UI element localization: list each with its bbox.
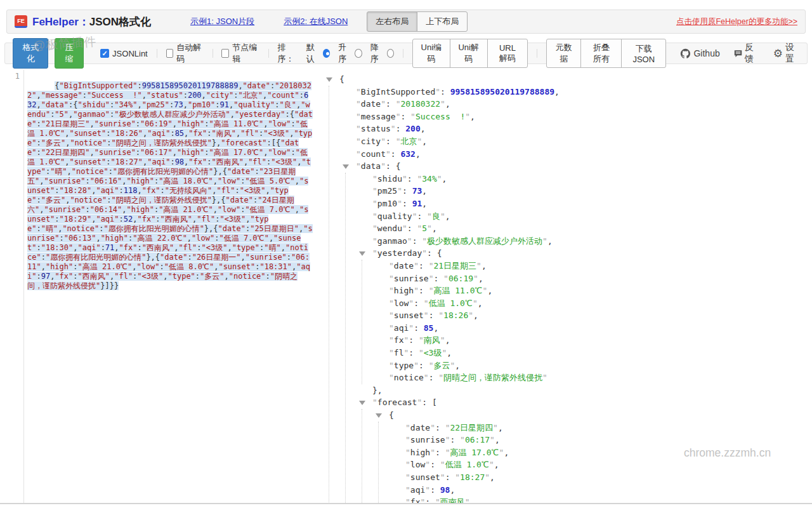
json-key: type: [394, 361, 414, 370]
raw-punct: ,: [183, 100, 188, 109]
colon: :: [417, 211, 427, 221]
raw-string: "<3级": [202, 243, 228, 252]
raw-string: "西南风": [211, 157, 243, 166]
quote-mark: ": [437, 174, 442, 184]
json-key: sunset: [394, 311, 424, 320]
node-edit-checkbox[interactable]: 节点编辑: [221, 42, 259, 65]
raw-punct: }: [212, 196, 216, 204]
raw-punct: ,: [142, 91, 147, 100]
raw-string: "notice": [72, 167, 108, 176]
raw-string: "sunset": [218, 262, 255, 271]
sort-default-radio[interactable]: 默认: [306, 42, 330, 65]
raw-punct: :: [73, 262, 77, 271]
json-key: sunset: [410, 472, 440, 482]
feedback-link[interactable]: 反馈: [734, 42, 759, 65]
quote-mark: ": [356, 161, 361, 171]
raw-string: "sunrise": [246, 253, 287, 262]
checkbox-label: 自动解码: [176, 42, 203, 65]
colon: :: [440, 87, 450, 97]
raw-string: "fl": [114, 272, 133, 281]
example1-link[interactable]: 示例1: JSON片段: [190, 16, 254, 27]
raw-punct: ,: [225, 272, 229, 281]
checkbox-label: JSONLint: [112, 49, 148, 58]
collapse-toggle-icon[interactable]: [376, 413, 382, 418]
raw-string: "sunset": [69, 129, 106, 138]
raw-punct: :: [291, 148, 296, 157]
tree-line: "notice": "阴晴之间，谨防紫外线侵扰": [320, 371, 809, 384]
raw-punct: ,: [213, 177, 218, 185]
comma: ,: [442, 174, 447, 184]
json-key: yesterday: [377, 248, 422, 258]
radio-icon[interactable]: [323, 49, 331, 58]
auto-decode-checkbox[interactable]: 自动解码: [166, 42, 204, 65]
quote-mark: ": [389, 323, 394, 333]
url-decode-button[interactable]: URL解码: [487, 39, 528, 68]
json-key: pm10: [377, 199, 397, 208]
raw-punct: ,: [90, 148, 95, 157]
raw-string: "status": [147, 91, 183, 100]
raw-string: "18:30": [41, 243, 74, 252]
quote-mark: ": [465, 112, 470, 121]
layout-horizontal-button[interactable]: 左右布局: [367, 11, 417, 32]
raw-string: "18:31": [259, 262, 292, 271]
collapse-toggle-icon[interactable]: [359, 401, 365, 405]
quote-mark: ": [438, 311, 443, 320]
radio-icon[interactable]: [387, 49, 395, 58]
checkbox-icon[interactable]: [221, 49, 229, 58]
raw-number: 97: [41, 272, 50, 281]
json-string: Success !: [416, 112, 465, 121]
raw-punct: }: [110, 281, 114, 290]
json-string: 极少数敏感人群应减少户外活动: [427, 236, 542, 246]
download-json-button[interactable]: 下载JSON: [621, 39, 666, 68]
raw-number: 52: [124, 215, 133, 224]
raw-string: "high": [177, 148, 204, 157]
colon: :: [430, 485, 440, 495]
tree-line: "wendu": "5",: [320, 222, 809, 235]
tree-line: "pm25": 73,: [320, 185, 809, 197]
raw-punct: :: [36, 243, 41, 252]
raw-string: "forecast": [221, 138, 266, 147]
raw-punct: ,: [213, 205, 218, 214]
collapse-toggle-icon[interactable]: [343, 164, 349, 169]
metadata-button[interactable]: 元数据: [546, 39, 581, 68]
collapse-toggle-icon[interactable]: [326, 77, 332, 82]
raw-number: 73: [174, 100, 183, 109]
sort-ascending-radio[interactable]: 升序: [338, 42, 362, 65]
raw-punct: ,: [218, 167, 223, 176]
collapse-toggle-icon[interactable]: [359, 251, 365, 256]
uni-decode-button[interactable]: Uni解码: [450, 39, 488, 68]
checkbox-icon[interactable]: [100, 49, 109, 58]
raw-punct: :: [275, 100, 279, 109]
colon: :: [407, 174, 417, 184]
quote-mark: ": [410, 112, 416, 121]
radio-icon[interactable]: [355, 49, 362, 58]
github-link[interactable]: Github: [680, 48, 719, 59]
checkbox-icon[interactable]: [166, 49, 174, 58]
quote-mark: ": [427, 224, 432, 233]
indent-guide: [378, 422, 379, 504]
raw-punct: }: [204, 224, 209, 233]
colon: :: [430, 460, 440, 469]
tree-line: "pm10": 91,: [320, 197, 809, 210]
collapse-all-button[interactable]: 折叠所有: [580, 39, 622, 68]
raw-string: "count": [267, 91, 299, 100]
sort-descending-radio[interactable]: 降序: [370, 42, 394, 65]
raw-json-editor: 1 {"BigIntSupported":9958158950201197888…: [5, 70, 315, 504]
settings-link[interactable]: 设置: [773, 42, 798, 65]
example2-link[interactable]: 示例2: 在线JSON: [284, 16, 348, 27]
raw-string: "18:28": [60, 186, 92, 195]
raw-string: "06:13": [64, 234, 96, 243]
colon: :: [400, 112, 410, 121]
raw-string: "pm10": [188, 100, 215, 109]
json-key: shidu: [377, 174, 402, 184]
tree-line: "date": "22日星期四",: [320, 422, 809, 434]
layout-vertical-button[interactable]: 上下布局: [417, 11, 468, 32]
raw-string: "高温 17.0℃": [209, 148, 264, 157]
raw-string: "sunrise": [44, 177, 85, 185]
raw-punct: :: [86, 205, 90, 214]
more-features-link[interactable]: 点击使用原FeHelper的更多功能>>: [676, 17, 797, 27]
uni-encode-button[interactable]: Uni编码: [412, 39, 450, 68]
quote-mark: ": [440, 335, 445, 345]
jsonlint-checkbox[interactable]: JSONLint: [100, 49, 148, 58]
raw-json-text[interactable]: {"BigIntSupported":995815895020119788889…: [25, 70, 315, 302]
